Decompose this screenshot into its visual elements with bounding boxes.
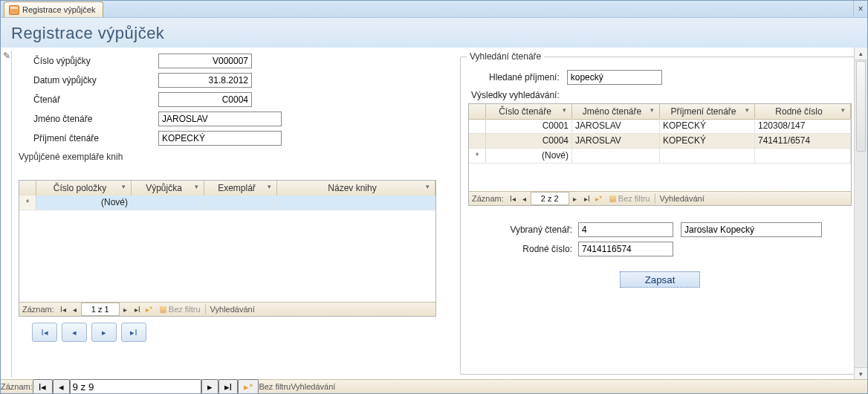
subform-items: Číslo položky▾ Výpůjčka▾ Exemplář▾ Název… bbox=[19, 180, 436, 317]
chevron-down-icon[interactable]: ▾ bbox=[195, 183, 202, 193]
label-first-name: Jméno čtenáře bbox=[14, 114, 158, 124]
nav-prev[interactable]: ◂ bbox=[69, 303, 81, 315]
content: Číslo výpůjčky Datum výpůjčky Čtenář Jmé… bbox=[14, 52, 845, 377]
btn-next[interactable]: ▸ bbox=[91, 323, 117, 342]
nav-next[interactable]: ▸ bbox=[120, 303, 132, 315]
results-caption: Výsledky vyhledávání: bbox=[468, 87, 852, 102]
nav-prev[interactable]: ◂ bbox=[53, 379, 70, 395]
save-button[interactable]: Zapsat bbox=[620, 271, 700, 288]
nav-next[interactable]: ▸ bbox=[201, 379, 218, 395]
field-first-name[interactable] bbox=[158, 112, 282, 126]
nav-position[interactable] bbox=[70, 379, 201, 395]
btn-prev[interactable]: ◂ bbox=[62, 323, 87, 342]
new-row-icon: * bbox=[19, 196, 36, 210]
nav-new[interactable]: ▸* bbox=[143, 303, 155, 315]
col-rid[interactable]: Číslo čtenáře▾ bbox=[486, 104, 572, 119]
chevron-down-icon[interactable]: ▾ bbox=[122, 183, 129, 193]
nav-label: Záznam: bbox=[469, 194, 507, 203]
field-last-name[interactable] bbox=[158, 131, 282, 146]
items-select-all[interactable] bbox=[19, 181, 36, 196]
form-icon bbox=[9, 5, 19, 15]
nav-search[interactable]: Vyhledávání bbox=[655, 193, 709, 204]
chevron-down-icon[interactable]: ▾ bbox=[563, 106, 570, 116]
nav-prev[interactable]: ◂ bbox=[519, 193, 531, 204]
scroll-down-icon[interactable]: ▾ bbox=[855, 367, 867, 380]
field-loan-no[interactable] bbox=[158, 54, 252, 68]
label-birth-no: Rodné číslo: bbox=[468, 244, 578, 254]
page-title: Registrace výpůjček bbox=[11, 24, 164, 43]
form-body: ✎ Číslo výpůjčky Datum výpůjčky Čtenář J… bbox=[1, 48, 867, 380]
nav-last[interactable]: ▸I bbox=[132, 303, 143, 315]
results-navbar: Záznam: I◂ ◂ ▸ ▸I ▸* Bez filtru Vyhledáv… bbox=[469, 191, 851, 205]
nav-last[interactable]: ▸I bbox=[581, 193, 593, 204]
groupbox-legend: Vyhledání čtenáře bbox=[467, 51, 544, 62]
picked-reader: Vybraný čtenář: Rodné číslo: bbox=[468, 221, 852, 258]
nav-next[interactable]: ▸ bbox=[569, 193, 581, 204]
btn-first[interactable]: I◂ bbox=[32, 323, 57, 342]
nav-position[interactable] bbox=[81, 303, 120, 316]
field-reader[interactable] bbox=[158, 92, 252, 107]
app-window: Registrace výpůjček × Registrace výpůjče… bbox=[0, 0, 868, 394]
close-icon: × bbox=[858, 4, 863, 14]
label-last-name: Příjmení čtenáře bbox=[14, 133, 158, 143]
items-navbar: Záznam: I◂ ◂ ▸ ▸I ▸* Bez filtru Vyhledáv… bbox=[19, 302, 435, 316]
label-search-surname: Hledané příjmení: bbox=[489, 72, 560, 83]
scroll-up-icon[interactable]: ▴ bbox=[855, 48, 867, 60]
vertical-scrollbar[interactable]: ▴ ▾ bbox=[854, 48, 867, 380]
col-rfirst[interactable]: Jméno čtenáře▾ bbox=[572, 104, 660, 119]
pencil-icon: ✎ bbox=[2, 51, 11, 61]
results-body[interactable]: C0001 JAROSLAV KOPECKÝ 120308/147 C0004 … bbox=[469, 119, 851, 192]
field-selected-id[interactable] bbox=[578, 222, 673, 237]
chevron-down-icon[interactable]: ▾ bbox=[426, 183, 433, 193]
main-navbar: Záznam: I◂ ◂ ▸ ▸I ▸* Bez filtru Vyhledáv… bbox=[1, 379, 867, 393]
items-new-row[interactable]: * (Nové) bbox=[19, 196, 435, 210]
scroll-thumb[interactable] bbox=[856, 61, 866, 152]
nav-last[interactable]: ▸I bbox=[218, 379, 239, 395]
nav-first[interactable]: I◂ bbox=[57, 303, 69, 315]
field-search-surname[interactable] bbox=[567, 70, 662, 85]
new-row-icon: * bbox=[469, 149, 486, 163]
col-title[interactable]: Název knihy▾ bbox=[277, 181, 435, 196]
field-loan-date[interactable] bbox=[158, 73, 252, 88]
chevron-down-icon[interactable]: ▾ bbox=[650, 106, 658, 116]
chevron-down-icon[interactable]: ▾ bbox=[841, 106, 849, 116]
nav-search[interactable]: Vyhledávání bbox=[205, 304, 259, 314]
result-row[interactable]: C0001 JAROSLAV KOPECKÝ 120308/147 bbox=[469, 119, 851, 134]
results-header: Číslo čtenáře▾ Jméno čtenáře▾ Příjmení č… bbox=[469, 104, 851, 120]
tab-registrace[interactable]: Registrace výpůjček bbox=[4, 1, 103, 17]
tab-close-button[interactable]: × bbox=[853, 1, 867, 17]
form-header: Registrace výpůjček bbox=[1, 18, 867, 50]
col-item-no[interactable]: Číslo položky▾ bbox=[36, 181, 132, 196]
col-rbirth[interactable]: Rodné číslo▾ bbox=[755, 104, 851, 119]
field-selected-name[interactable] bbox=[681, 222, 822, 237]
nav-nofilter[interactable]: Bez filtru bbox=[155, 305, 205, 314]
nav-first[interactable]: I◂ bbox=[33, 379, 53, 395]
nav-position[interactable] bbox=[531, 192, 569, 205]
items-header: Číslo položky▾ Výpůjčka▾ Exemplář▾ Název… bbox=[19, 181, 435, 196]
results-select-all[interactable] bbox=[469, 104, 486, 119]
items-body[interactable]: * (Nové) bbox=[19, 196, 435, 303]
nav-new[interactable]: ▸* bbox=[593, 193, 605, 204]
label-loan-no: Číslo výpůjčky bbox=[14, 56, 158, 66]
result-row[interactable]: C0004 JAROSLAV KOPECKÝ 741411/6574 bbox=[469, 134, 851, 149]
chevron-down-icon[interactable]: ▾ bbox=[745, 106, 753, 116]
nav-new[interactable]: ▸* bbox=[238, 379, 259, 395]
result-new-row[interactable]: * (Nové) bbox=[469, 149, 851, 164]
record-selector-bar[interactable]: ✎ bbox=[2, 51, 12, 378]
record-nav-buttons: I◂ ◂ ▸ ▸I bbox=[32, 323, 146, 342]
label-selected-reader: Vybraný čtenář: bbox=[468, 225, 578, 235]
nav-nofilter[interactable]: Bez filtru bbox=[605, 194, 655, 203]
col-rlast[interactable]: Příjmení čtenáře▾ bbox=[660, 104, 755, 119]
col-copy[interactable]: Exemplář▾ bbox=[204, 181, 277, 196]
subform-results: Číslo čtenáře▾ Jméno čtenáře▾ Příjmení č… bbox=[468, 103, 852, 206]
nav-label: Záznam: bbox=[1, 382, 33, 391]
field-birth-no[interactable] bbox=[578, 242, 673, 256]
chevron-down-icon[interactable]: ▾ bbox=[268, 183, 275, 193]
col-loan[interactable]: Výpůjčka▾ bbox=[132, 181, 204, 196]
btn-last[interactable]: ▸I bbox=[121, 323, 146, 342]
nav-nofilter[interactable]: Bez filtru bbox=[259, 382, 291, 391]
nav-first[interactable]: I◂ bbox=[507, 193, 519, 204]
groupbox-search-reader: Vyhledání čtenáře Hledané příjmení: Výsl… bbox=[460, 56, 860, 375]
nav-label: Záznam: bbox=[19, 305, 57, 314]
nav-search[interactable]: Vyhledávání bbox=[291, 382, 335, 391]
